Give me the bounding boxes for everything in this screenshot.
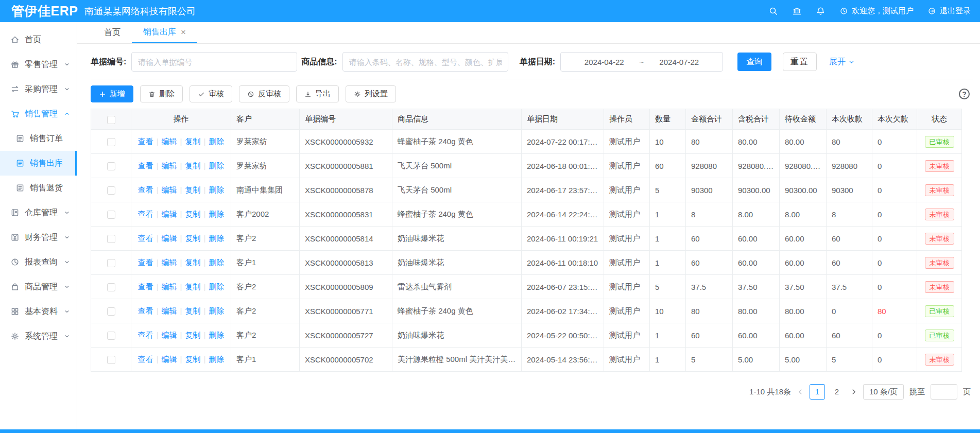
expand-link[interactable]: 展开 xyxy=(829,57,855,67)
row-action-view[interactable]: 查看 xyxy=(138,355,153,363)
row-action-view[interactable]: 查看 xyxy=(138,306,153,315)
sidebar-item-财务管理[interactable]: 财务管理 xyxy=(0,225,77,250)
chevron-down-icon xyxy=(64,234,70,240)
sidebar-item-销售管理[interactable]: 销售管理 xyxy=(0,101,77,126)
sidebar-item-销售出库[interactable]: 销售出库 xyxy=(0,151,77,176)
prev-page-button[interactable] xyxy=(797,388,804,395)
row-action-view[interactable]: 查看 xyxy=(138,185,153,194)
row-checkbox[interactable] xyxy=(107,307,115,316)
next-page-button[interactable] xyxy=(850,388,857,395)
chevron-down-icon xyxy=(64,333,70,339)
cell-tax_total: 80.00 xyxy=(733,130,780,154)
row-action-view[interactable]: 查看 xyxy=(138,210,153,218)
row-action-edit[interactable]: 编辑 xyxy=(162,355,177,363)
reset-button[interactable]: 重置 xyxy=(783,53,817,71)
row-action-copy[interactable]: 复制 xyxy=(185,331,200,339)
page-size-select[interactable]: 10 条/页 xyxy=(863,384,904,400)
help-icon[interactable]: ? xyxy=(959,89,970,99)
row-action-edit[interactable]: 编辑 xyxy=(162,234,177,243)
row-checkbox[interactable] xyxy=(107,162,115,170)
row-action-edit[interactable]: 编辑 xyxy=(162,258,177,267)
row-checkbox[interactable] xyxy=(107,138,115,146)
row-action-edit[interactable]: 编辑 xyxy=(162,161,177,170)
row-action-delete[interactable]: 删除 xyxy=(209,234,224,243)
row-action-copy[interactable]: 复制 xyxy=(185,258,200,267)
bank-icon[interactable] xyxy=(792,6,802,16)
bell-icon[interactable] xyxy=(816,6,826,16)
row-action-edit[interactable]: 编辑 xyxy=(162,306,177,315)
sidebar-item-采购管理[interactable]: 采购管理 xyxy=(0,77,77,101)
row-action-edit[interactable]: 编辑 xyxy=(162,282,177,291)
trash-button[interactable]: 删除 xyxy=(140,85,183,102)
cell-tax_total: 8.00 xyxy=(733,202,780,227)
row-action-copy[interactable]: 复制 xyxy=(185,161,200,170)
row-checkbox[interactable] xyxy=(107,259,115,267)
row-action-view[interactable]: 查看 xyxy=(138,258,153,267)
row-action-edit[interactable]: 编辑 xyxy=(162,331,177,339)
row-checkbox[interactable] xyxy=(107,235,115,243)
cell-operator: 测试用户 xyxy=(604,299,650,323)
row-action-view[interactable]: 查看 xyxy=(138,137,153,146)
row-action-edit[interactable]: 编辑 xyxy=(162,185,177,194)
sidebar-item-销售退货[interactable]: 销售退货 xyxy=(0,176,77,200)
row-action-delete[interactable]: 删除 xyxy=(209,331,224,339)
check-button[interactable]: 审核 xyxy=(190,85,232,102)
row-action-delete[interactable]: 删除 xyxy=(209,258,224,267)
row-action-delete[interactable]: 删除 xyxy=(209,161,224,170)
row-action-delete[interactable]: 删除 xyxy=(209,210,224,218)
sidebar-item-销售订单[interactable]: 销售订单 xyxy=(0,126,77,151)
row-checkbox[interactable] xyxy=(107,211,115,219)
select-all-checkbox[interactable] xyxy=(107,116,115,124)
row-checkbox[interactable] xyxy=(107,356,115,364)
sidebar-item-商品管理[interactable]: 商品管理 xyxy=(0,274,77,299)
sidebar-item-报表查询[interactable]: 报表查询 xyxy=(0,250,77,274)
row-action-copy[interactable]: 复制 xyxy=(185,355,200,363)
tab-home[interactable]: 首页 xyxy=(93,22,132,43)
row-action-view[interactable]: 查看 xyxy=(138,161,153,170)
row-checkbox[interactable] xyxy=(107,186,115,195)
sidebar-item-仓库管理[interactable]: 仓库管理 xyxy=(0,200,77,225)
tab-close-icon[interactable]: × xyxy=(181,28,186,37)
sidebar-item-首页[interactable]: 首页 xyxy=(0,27,77,52)
date-range-picker[interactable]: 2024-04-22 ~ 2024-07-22 xyxy=(560,52,723,72)
row-action-copy[interactable]: 复制 xyxy=(185,282,200,291)
page-number-2[interactable]: 2 xyxy=(829,384,845,400)
row-action-delete[interactable]: 删除 xyxy=(209,137,224,146)
product-input[interactable] xyxy=(342,52,508,72)
row-action-copy[interactable]: 复制 xyxy=(185,137,200,146)
retail-icon xyxy=(10,60,20,69)
gear-button[interactable]: 列设置 xyxy=(346,85,396,102)
row-action-view[interactable]: 查看 xyxy=(138,331,153,339)
row-action-copy[interactable]: 复制 xyxy=(185,185,200,194)
row-action-copy[interactable]: 复制 xyxy=(185,210,200,218)
row-action-edit[interactable]: 编辑 xyxy=(162,137,177,146)
row-checkbox[interactable] xyxy=(107,332,115,340)
page-number-1[interactable]: 1 xyxy=(810,384,825,400)
search-icon[interactable] xyxy=(768,6,778,16)
ban-button[interactable]: 反审核 xyxy=(239,85,289,102)
sidebar-item-零售管理[interactable]: 零售管理 xyxy=(0,52,77,77)
cell-product: 雷达杀虫气雾剂 xyxy=(392,275,522,299)
column-header: 操作员 xyxy=(604,109,650,130)
doc-no-input[interactable] xyxy=(131,52,297,72)
row-checkbox[interactable] xyxy=(107,283,115,291)
row-action-delete[interactable]: 删除 xyxy=(209,355,224,363)
tab-sales-outbound[interactable]: 销售出库 × xyxy=(132,22,197,43)
user-welcome[interactable]: 欢迎您，测试用户 xyxy=(839,6,914,16)
search-button[interactable]: 查询 xyxy=(737,53,771,71)
row-action-delete[interactable]: 删除 xyxy=(209,282,224,291)
plus-button[interactable]: 新增 xyxy=(91,85,133,102)
row-action-copy[interactable]: 复制 xyxy=(185,306,200,315)
row-action-view[interactable]: 查看 xyxy=(138,234,153,243)
row-action-copy[interactable]: 复制 xyxy=(185,234,200,243)
row-action-edit[interactable]: 编辑 xyxy=(162,210,177,218)
sidebar-item-系统管理[interactable]: 系统管理 xyxy=(0,324,77,349)
row-action-delete[interactable]: 删除 xyxy=(209,306,224,315)
sidebar-item-基本资料[interactable]: 基本资料 xyxy=(0,299,77,324)
logout-button[interactable]: 退出登录 xyxy=(927,6,971,16)
row-action-view[interactable]: 查看 xyxy=(138,282,153,291)
row-action-delete[interactable]: 删除 xyxy=(209,185,224,194)
export-button[interactable]: 导出 xyxy=(296,85,339,102)
cell-doc_no: XSCK00000005831 xyxy=(300,202,392,227)
jump-page-input[interactable] xyxy=(931,384,957,400)
